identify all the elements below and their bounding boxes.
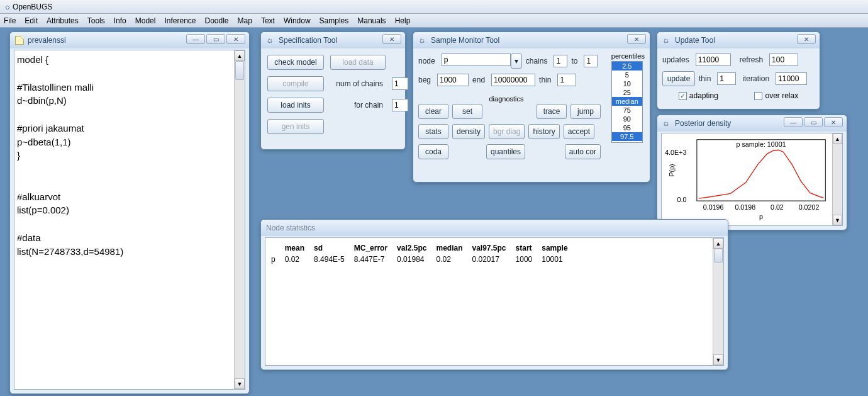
stats-header: sd bbox=[313, 243, 352, 253]
chart-title: p sample: 10001 bbox=[737, 140, 786, 148]
svg-text:0.0196: 0.0196 bbox=[703, 203, 724, 211]
scroll-up-button[interactable]: ▲ bbox=[713, 238, 723, 249]
app-title: OpenBUGS bbox=[13, 3, 52, 11]
scroll-thumb[interactable] bbox=[235, 61, 244, 80]
for-chain-input[interactable] bbox=[392, 99, 408, 111]
thin-input[interactable] bbox=[557, 74, 576, 86]
scroll-down-button[interactable]: ▼ bbox=[713, 354, 723, 365]
iteration-input[interactable] bbox=[776, 72, 807, 85]
menu-inference[interactable]: Inference bbox=[164, 16, 196, 25]
stats-button[interactable]: stats bbox=[418, 124, 448, 139]
percentile-option[interactable]: 90 bbox=[612, 115, 642, 123]
model-textarea[interactable] bbox=[14, 50, 245, 389]
refresh-label: refresh bbox=[740, 55, 763, 64]
menu-manuals[interactable]: Manuals bbox=[357, 16, 386, 25]
adapting-checkbox[interactable]: ✓ adapting bbox=[679, 91, 718, 100]
bgr-diag-button[interactable]: bgr diag bbox=[489, 124, 525, 139]
app-icon bbox=[4, 3, 13, 11]
menu-doodle[interactable]: Doodle bbox=[205, 16, 229, 25]
percentile-option[interactable]: 2.5 bbox=[612, 62, 642, 71]
close-button[interactable]: ✕ bbox=[226, 34, 245, 44]
accept-button[interactable]: accept bbox=[564, 124, 594, 139]
beg-input[interactable] bbox=[437, 74, 469, 86]
percentile-option[interactable]: median bbox=[612, 97, 642, 106]
scroll-up-button[interactable]: ▲ bbox=[833, 133, 842, 144]
percentile-option[interactable]: 5 bbox=[612, 71, 642, 79]
set-button[interactable]: set bbox=[452, 104, 482, 119]
update-titlebar[interactable]: Update Tool ✕ bbox=[657, 32, 820, 48]
load-inits-button[interactable]: load inits bbox=[267, 98, 324, 113]
percentile-option[interactable]: 95 bbox=[612, 123, 642, 132]
clear-button[interactable]: clear bbox=[418, 104, 448, 119]
node-label: node bbox=[418, 57, 435, 65]
percentiles-listbox[interactable]: 2.551025median75909597.5 bbox=[611, 61, 643, 143]
percentile-option[interactable]: 97.5 bbox=[612, 132, 642, 141]
close-button[interactable]: ✕ bbox=[824, 117, 843, 127]
chains-from-input[interactable] bbox=[554, 55, 567, 67]
quantiles-button[interactable]: quantiles bbox=[486, 144, 525, 159]
percentile-option[interactable]: 10 bbox=[612, 79, 642, 88]
thin-label: thin bbox=[539, 76, 551, 84]
gen-inits-button[interactable]: gen inits bbox=[267, 119, 324, 134]
menu-text[interactable]: Text bbox=[261, 16, 275, 25]
close-button[interactable]: ✕ bbox=[382, 34, 401, 44]
menu-window[interactable]: Window bbox=[284, 16, 311, 25]
menu-attributes[interactable]: Attributes bbox=[47, 16, 79, 25]
trace-button[interactable]: trace bbox=[537, 104, 567, 119]
menu-samples[interactable]: Samples bbox=[320, 16, 349, 25]
minimize-button[interactable]: — bbox=[186, 34, 205, 44]
refresh-input[interactable] bbox=[769, 54, 798, 66]
menu-file[interactable]: File bbox=[4, 16, 16, 25]
maximize-button[interactable]: ▭ bbox=[206, 34, 225, 44]
end-label: end bbox=[472, 76, 485, 84]
menu-map[interactable]: Map bbox=[238, 16, 252, 25]
close-button[interactable]: ✕ bbox=[627, 34, 646, 44]
updates-input[interactable] bbox=[696, 54, 731, 66]
compile-button[interactable]: compile bbox=[267, 76, 324, 91]
check-model-button[interactable]: check model bbox=[267, 55, 324, 70]
load-data-button[interactable]: load data bbox=[330, 55, 386, 70]
update-thin-input[interactable] bbox=[717, 72, 736, 85]
history-button[interactable]: history bbox=[528, 124, 559, 139]
density-button[interactable]: density bbox=[452, 124, 485, 139]
coda-button[interactable]: coda bbox=[418, 144, 448, 159]
minimize-button[interactable]: — bbox=[784, 117, 803, 127]
menu-tools[interactable]: Tools bbox=[87, 16, 105, 25]
for-chain-label: for chain bbox=[354, 101, 383, 110]
posterior-titlebar[interactable]: Posterior density — ▭ ✕ bbox=[657, 115, 847, 132]
spec-titlebar[interactable]: Specification Tool ✕ bbox=[261, 32, 405, 48]
stats-header: sample bbox=[541, 243, 575, 253]
scroll-down-button[interactable]: ▼ bbox=[833, 215, 842, 225]
chains-to-input[interactable] bbox=[584, 55, 598, 67]
plot-scrollbar[interactable]: ▲ ▼ bbox=[832, 133, 842, 225]
stats-titlebar[interactable]: Node statistics bbox=[261, 220, 728, 236]
node-input[interactable] bbox=[442, 54, 511, 66]
scroll-up-button[interactable]: ▲ bbox=[235, 50, 245, 61]
node-dropdown-button[interactable]: ▾ bbox=[511, 54, 522, 69]
update-button[interactable]: update bbox=[662, 71, 695, 86]
percentile-option[interactable]: 25 bbox=[612, 88, 642, 97]
maximize-button[interactable]: ▭ bbox=[804, 117, 823, 127]
update-title: Update Tool bbox=[675, 36, 715, 45]
jump-button[interactable]: jump bbox=[570, 104, 601, 119]
editor-titlebar[interactable]: prevalenssi — ▭ ✕ bbox=[10, 32, 249, 48]
posterior-window: Posterior density — ▭ ✕ p sample: 10001 … bbox=[657, 115, 847, 230]
percentile-option[interactable]: 75 bbox=[612, 106, 642, 115]
table-row: p0.028.494E-58.447E-70.019840.020.020171… bbox=[270, 254, 576, 264]
num-chains-input[interactable] bbox=[392, 77, 408, 90]
menu-model[interactable]: Model bbox=[135, 16, 156, 25]
menu-info[interactable]: Info bbox=[114, 16, 126, 25]
editor-title: prevalenssi bbox=[28, 36, 66, 45]
end-input[interactable] bbox=[491, 74, 535, 86]
app-titlebar: OpenBUGS bbox=[0, 0, 868, 14]
scroll-down-button[interactable]: ▼ bbox=[235, 378, 245, 389]
menu-help[interactable]: Help bbox=[395, 16, 411, 25]
stats-scrollbar[interactable]: ▲ ▼ bbox=[713, 238, 723, 365]
close-button[interactable]: ✕ bbox=[797, 34, 816, 44]
overrelax-checkbox[interactable]: over relax bbox=[754, 91, 798, 100]
autocor-button[interactable]: auto cor bbox=[565, 144, 601, 159]
monitor-titlebar[interactable]: Sample Monitor Tool ✕ bbox=[413, 32, 650, 48]
menu-edit[interactable]: Edit bbox=[25, 16, 38, 25]
editor-scrollbar[interactable]: ▲ ▼ bbox=[234, 50, 245, 389]
scroll-thumb[interactable] bbox=[714, 249, 723, 263]
